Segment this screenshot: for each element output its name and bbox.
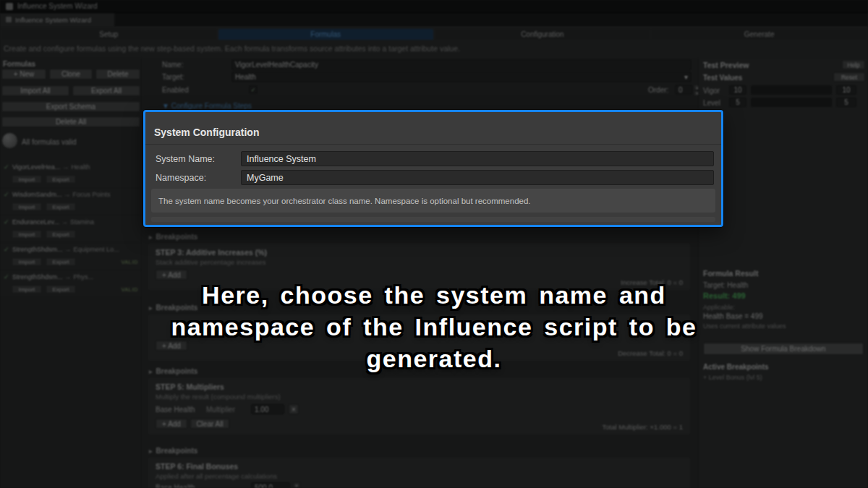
system-configuration-panel: System Configuration System Name: Influe… — [143, 110, 723, 227]
editor-window: Influence System Wizard Influence System… — [0, 0, 868, 488]
caption-line: generated. — [0, 343, 868, 374]
system-name-input[interactable]: Influence System — [241, 151, 714, 166]
caption-line: Here, choose the system name and — [0, 279, 868, 311]
help-text-box: The system name becomes your orchestrato… — [151, 189, 715, 213]
dim-overlay — [0, 0, 868, 488]
namespace-label: Namespace: — [156, 173, 206, 183]
system-name-value: Influence System — [247, 154, 316, 164]
caption-line: namespace of the Influence script to be — [0, 311, 868, 343]
tutorial-caption: Here, choose the system name and namespa… — [0, 279, 868, 374]
modal-footer-strip — [151, 217, 715, 222]
namespace-value: MyGame — [247, 173, 284, 183]
system-name-label: System Name: — [156, 154, 215, 164]
divider — [145, 144, 721, 145]
modal-title: System Configuration — [154, 127, 259, 138]
help-text: The system name becomes your orchestrato… — [158, 197, 531, 205]
namespace-input[interactable]: MyGame — [241, 170, 714, 185]
